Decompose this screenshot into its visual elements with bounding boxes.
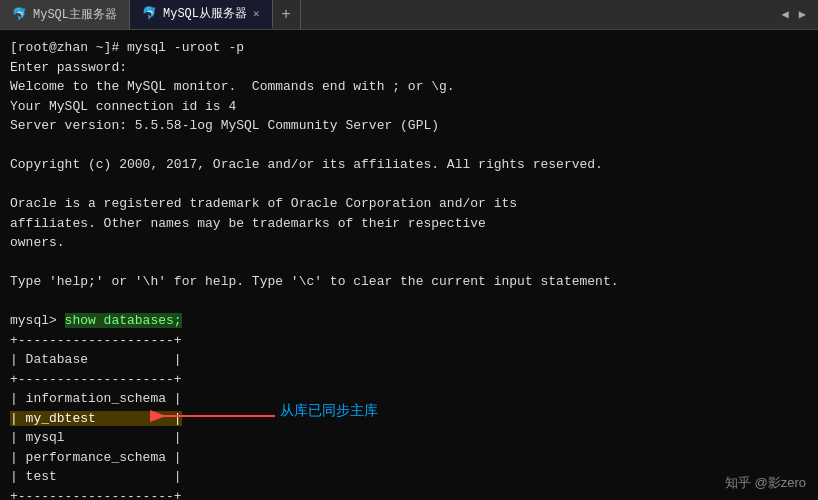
terminal-empty-line bbox=[10, 175, 808, 195]
tab-master[interactable]: 🐬 MySQL主服务器 bbox=[0, 0, 130, 29]
nav-right-arrow[interactable]: ▶ bbox=[795, 5, 810, 24]
terminal-empty-line bbox=[10, 253, 808, 273]
terminal-empty-line bbox=[10, 136, 808, 156]
terminal-line: Oracle is a registered trademark of Orac… bbox=[10, 194, 808, 214]
terminal-line: Your MySQL connection id is 4 bbox=[10, 97, 808, 117]
tab-add-button[interactable]: + bbox=[273, 0, 301, 29]
tab-slave[interactable]: 🐬 MySQL从服务器 ✕ bbox=[130, 0, 273, 29]
tab-slave-label: MySQL从服务器 bbox=[163, 5, 247, 22]
terminal-line: Welcome to the MySQL monitor. Commands e… bbox=[10, 77, 808, 97]
terminal-line: Copyright (c) 2000, 2017, Oracle and/or … bbox=[10, 155, 808, 175]
tab-master-label: MySQL主服务器 bbox=[33, 6, 117, 23]
nav-left-arrow[interactable]: ◀ bbox=[778, 5, 793, 24]
terminal-line: [root@zhan ~]# mysql -uroot -p bbox=[10, 38, 808, 58]
terminal-area[interactable]: [root@zhan ~]# mysql -uroot -pEnter pass… bbox=[0, 30, 818, 500]
tab-navigation: ◀ ▶ bbox=[778, 5, 818, 24]
terminal-line: | performance_schema | bbox=[10, 448, 808, 468]
terminal-line: | mysql | bbox=[10, 428, 808, 448]
terminal-line: | Database | bbox=[10, 350, 808, 370]
terminal-line: +--------------------+ bbox=[10, 487, 808, 501]
tab-bar-left: 🐬 MySQL主服务器 🐬 MySQL从服务器 ✕ + bbox=[0, 0, 301, 29]
tab-bar: 🐬 MySQL主服务器 🐬 MySQL从服务器 ✕ + ◀ ▶ bbox=[0, 0, 818, 30]
tab-slave-close[interactable]: ✕ bbox=[253, 7, 260, 20]
terminal-line: Type 'help;' or '\h' for help. Type '\c'… bbox=[10, 272, 808, 292]
terminal-line: affiliates. Other names may be trademark… bbox=[10, 214, 808, 234]
terminal-line: +--------------------+ bbox=[10, 331, 808, 351]
tab-slave-icon: 🐬 bbox=[142, 6, 157, 21]
terminal-line: Server version: 5.5.58-log MySQL Communi… bbox=[10, 116, 808, 136]
watermark: 知乎 @影zero bbox=[725, 473, 806, 493]
annotation-text: 从库已同步主库 bbox=[280, 400, 378, 421]
terminal-cmd-line: mysql> show databases; bbox=[10, 311, 808, 331]
terminal-line: Enter password: bbox=[10, 58, 808, 78]
terminal-empty-line bbox=[10, 292, 808, 312]
tab-master-icon: 🐬 bbox=[12, 7, 27, 22]
mysql-prompt: mysql> bbox=[10, 313, 65, 328]
terminal-line: owners. bbox=[10, 233, 808, 253]
tab-add-icon: + bbox=[281, 6, 291, 24]
mysql-command: show databases; bbox=[65, 313, 182, 328]
terminal-line: | test | bbox=[10, 467, 808, 487]
terminal-line: +--------------------+ bbox=[10, 370, 808, 390]
